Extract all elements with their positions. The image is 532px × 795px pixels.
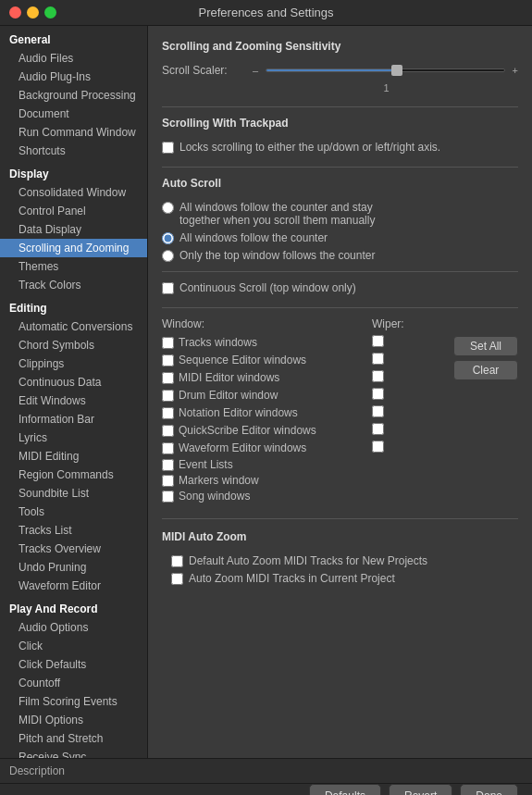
slider-thumb[interactable] <box>391 65 402 76</box>
sidebar-item-continuous-data[interactable]: Continuous Data <box>0 373 147 391</box>
wiper-check-3[interactable] <box>372 388 384 400</box>
midi-new-projects-checkbox[interactable] <box>171 555 183 567</box>
scroll-slider-track[interactable] <box>266 68 504 72</box>
window-check-7[interactable] <box>162 459 174 471</box>
sidebar-item-midi-options[interactable]: MIDI Options <box>0 711 147 729</box>
sidebar-item-countoff[interactable]: Countoff <box>0 674 147 692</box>
sidebar-item-clippings[interactable]: Clippings <box>0 354 147 373</box>
window-wiper-section: Window: Wiper: Tracks windows Sequence E… <box>162 317 518 505</box>
sidebar-item-document[interactable]: Document <box>0 105 147 123</box>
sidebar-item-waveform-editor[interactable]: Waveform Editor <box>0 577 147 595</box>
sidebar-item-click[interactable]: Click <box>0 637 147 655</box>
table-row: Sequence Editor windows <box>162 353 446 367</box>
sidebar-item-track-colors[interactable]: Track Colors <box>0 276 147 294</box>
slider-value-row: 1 <box>162 82 518 93</box>
window-check-8[interactable] <box>162 475 174 487</box>
table-row: MIDI Editor windows <box>162 370 446 385</box>
separator4 <box>162 307 518 308</box>
wiper-check-0[interactable] <box>372 335 384 347</box>
window-check-0[interactable] <box>162 337 174 349</box>
sidebar-item-consolidated-window[interactable]: Consolidated Window <box>0 183 147 202</box>
sidebar-item-audio-files[interactable]: Audio Files <box>0 49 147 68</box>
sidebar-item-soundbite-list[interactable]: Soundbite List <box>0 484 147 503</box>
close-button[interactable] <box>9 6 21 19</box>
sidebar-item-tracks-overview[interactable]: Tracks Overview <box>0 540 147 558</box>
section2-title: Scrolling With Trackpad <box>162 117 518 130</box>
wiper-check-5[interactable] <box>372 423 384 435</box>
radio-all-windows-counter-manual[interactable] <box>162 202 174 214</box>
slider-fill <box>266 69 397 71</box>
auto-scroll-section: Auto Scroll All windows follow the count… <box>162 177 518 294</box>
sidebar-item-chord-symbols[interactable]: Chord Symbols <box>0 336 147 354</box>
scroll-scaler-label: Scroll Scaler: <box>162 64 245 77</box>
radio-row-0: All windows follow the counter and stayt… <box>162 201 518 227</box>
sidebar-item-click-defaults[interactable]: Click Defaults <box>0 655 147 674</box>
slider-value: 1 <box>383 82 389 93</box>
bottom-toolbar: Defaults Revert Done <box>0 783 532 795</box>
sidebar-item-scrolling-and-zooming[interactable]: Scrolling and Zooming <box>0 239 147 257</box>
window-check-2[interactable] <box>162 372 174 384</box>
wiper-check-4[interactable] <box>372 405 384 417</box>
continuous-scroll-label: Continuous Scroll (top window only) <box>179 281 356 294</box>
clear-button[interactable]: Clear <box>453 360 518 380</box>
window-check-3[interactable] <box>162 390 174 402</box>
radio-top-window[interactable] <box>162 250 174 262</box>
done-button[interactable]: Done <box>460 784 518 795</box>
window-check-9[interactable] <box>162 491 174 503</box>
sidebar-item-lyrics[interactable]: Lyrics <box>0 429 147 447</box>
maximize-button[interactable] <box>44 6 56 19</box>
set-all-button[interactable]: Set All <box>453 336 518 356</box>
sidebar-section-header: General <box>0 26 147 49</box>
table-row: Event Lists <box>162 458 446 471</box>
separator3 <box>162 271 518 272</box>
wiper-header: Wiper: <box>372 317 446 330</box>
wiper-check-6[interactable] <box>372 441 384 453</box>
sidebar-section-header: Play And Record <box>0 595 147 618</box>
separator5 <box>162 518 518 519</box>
midi-current-project-checkbox[interactable] <box>171 573 183 585</box>
midi-checkbox-row-0: Default Auto Zoom MIDI Tracks for New Pr… <box>162 554 518 567</box>
wiper-check-2[interactable] <box>372 370 384 382</box>
window-title: Preferences and Settings <box>199 6 334 19</box>
scrolling-zooming-section: Scrolling and Zooming Sensitivity Scroll… <box>162 40 518 93</box>
sidebar-item-receive-sync[interactable]: Receive Sync <box>0 748 147 758</box>
window-check-6[interactable] <box>162 442 174 454</box>
window-check-1[interactable] <box>162 354 174 366</box>
sidebar-item-edit-windows[interactable]: Edit Windows <box>0 391 147 410</box>
slider-plus-icon: + <box>513 65 518 76</box>
sidebar-item-control-panel[interactable]: Control Panel <box>0 202 147 220</box>
description-bar: Description <box>0 758 532 783</box>
radio-all-windows-counter[interactable] <box>162 232 174 244</box>
table-row: QuickScribe Editor windows <box>162 423 446 438</box>
sidebar-item-audio-options[interactable]: Audio Options <box>0 618 147 637</box>
sidebar-item-midi-editing[interactable]: MIDI Editing <box>0 447 147 466</box>
radio-label-2: Only the top window follows the counter <box>179 249 375 262</box>
sidebar-item-shortcuts[interactable]: Shortcuts <box>0 142 147 160</box>
titlebar: Preferences and Settings <box>0 0 532 26</box>
sidebar-item-pitch-and-stretch[interactable]: Pitch and Stretch <box>0 729 147 748</box>
sidebar-item-tools[interactable]: Tools <box>0 503 147 521</box>
table-row: Notation Editor windows <box>162 405 446 420</box>
sidebar-item-undo-pruning[interactable]: Undo Pruning <box>0 558 147 577</box>
sidebar-item-automatic-conversions[interactable]: Automatic Conversions <box>0 317 147 336</box>
sidebar-item-run-command-window[interactable]: Run Command Window <box>0 123 147 142</box>
sidebar-item-background-processing[interactable]: Background Processing <box>0 86 147 105</box>
sidebar-item-audio-plug-ins[interactable]: Audio Plug-Ins <box>0 68 147 86</box>
minimize-button[interactable] <box>27 6 39 19</box>
sidebar-item-data-display[interactable]: Data Display <box>0 220 147 239</box>
sidebar-item-information-bar[interactable]: Information Bar <box>0 410 147 429</box>
sidebar-item-region-commands[interactable]: Region Commands <box>0 466 147 484</box>
trackpad-checkbox[interactable] <box>162 142 174 154</box>
continuous-scroll-checkbox[interactable] <box>162 282 174 294</box>
sidebar-item-film-scoring-events[interactable]: Film Scoring Events <box>0 692 147 711</box>
sidebar-item-themes[interactable]: Themes <box>0 257 147 276</box>
window-check-5[interactable] <box>162 425 174 437</box>
table-row: Song windows <box>162 490 446 503</box>
revert-button[interactable]: Revert <box>389 784 452 795</box>
trackpad-section: Scrolling With Trackpad Locks scrolling … <box>162 117 518 154</box>
defaults-button[interactable]: Defaults <box>309 784 381 795</box>
wiper-check-1[interactable] <box>372 353 384 365</box>
window-check-4[interactable] <box>162 407 174 419</box>
trackpad-label: Locks scrolling to either the up/down or… <box>179 141 440 154</box>
sidebar-item-tracks-list[interactable]: Tracks List <box>0 521 147 540</box>
